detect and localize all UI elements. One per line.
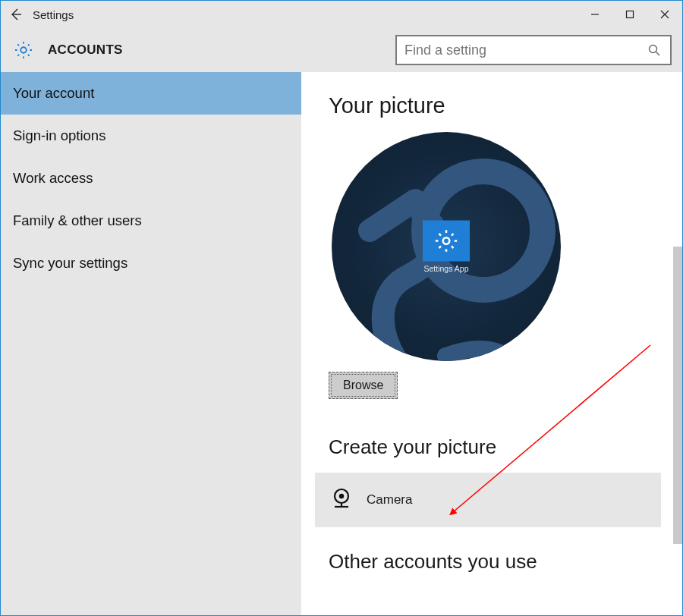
page-heading: ACCOUNTS (48, 42, 123, 58)
sidebar-item-your-account[interactable]: Your account (1, 72, 301, 115)
profile-picture: Settings App (332, 132, 561, 361)
avatar-settings-badge: Settings App (423, 221, 470, 273)
search-box[interactable] (395, 35, 672, 65)
sidebar-item-label: Your account (13, 85, 94, 102)
svg-point-6 (339, 494, 344, 498)
minimize-button[interactable] (578, 1, 612, 28)
sidebar-item-work-access[interactable]: Work access (1, 157, 301, 200)
window-title: Settings (31, 8, 74, 21)
svg-point-1 (20, 47, 26, 52)
search-input[interactable] (404, 42, 646, 58)
sidebar-item-sign-in-options[interactable]: Sign-in options (1, 115, 301, 157)
scrollbar-thumb[interactable] (673, 247, 682, 544)
sidebar-item-label: Family & other users (13, 212, 142, 229)
badge-caption: Settings App (423, 264, 470, 273)
camera-icon (329, 486, 354, 514)
settings-gear-icon (10, 39, 37, 61)
camera-label: Camera (367, 492, 412, 508)
svg-rect-0 (627, 11, 634, 18)
settings-sidebar: Your account Sign-in options Work access… (1, 72, 301, 615)
close-button[interactable] (647, 1, 682, 28)
search-icon (646, 43, 663, 57)
title-bar: Settings (1, 1, 682, 28)
sidebar-item-label: Sign-in options (13, 127, 105, 144)
svg-point-2 (650, 46, 657, 53)
header-row: ACCOUNTS (1, 28, 682, 72)
sidebar-item-sync-your-settings[interactable]: Sync your settings (1, 242, 301, 284)
section-title-other-accounts: Other accounts you use (329, 550, 655, 574)
section-title-create-your-picture: Create your picture (329, 435, 655, 459)
browse-button[interactable]: Browse (329, 372, 398, 399)
camera-tile[interactable]: Camera (315, 473, 661, 527)
section-title-your-picture: Your picture (329, 93, 655, 118)
svg-point-4 (443, 237, 450, 244)
browse-label: Browse (343, 379, 383, 391)
back-button[interactable] (1, 1, 31, 28)
sidebar-item-label: Work access (13, 170, 93, 187)
content-pane: Your picture Settings App Browse Create … (301, 72, 682, 615)
sidebar-item-family-other-users[interactable]: Family & other users (1, 200, 301, 242)
sidebar-item-label: Sync your settings (13, 255, 127, 272)
maximize-button[interactable] (612, 1, 647, 28)
badge-gear-icon (423, 221, 470, 262)
